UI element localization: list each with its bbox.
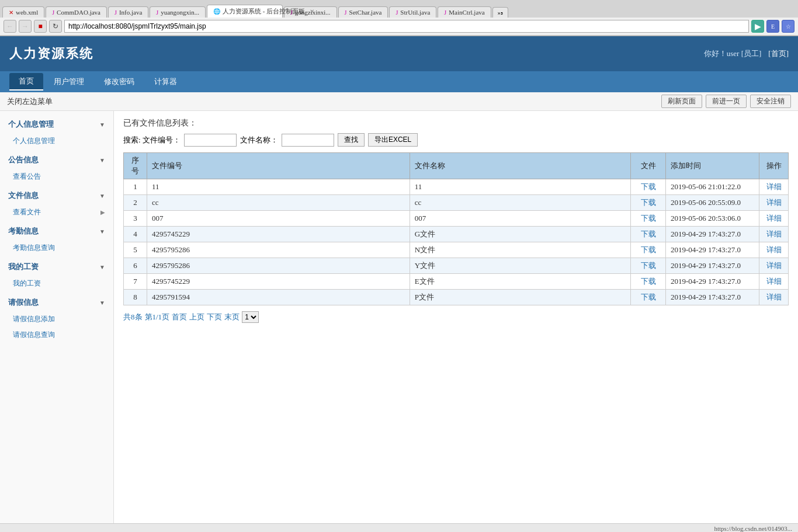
- top-nav: 首页 用户管理 修改密码 计算器: [0, 71, 798, 92]
- sidebar-item-label: 查看文件: [13, 207, 41, 217]
- header-right: 你好！user [员工] [首页]: [704, 48, 789, 59]
- sidebar: 个人信息管理 ▼ 个人信息管理 公告信息 ▼ 查看公告: [0, 111, 114, 523]
- cell-time: 2019-05-06 21:01:22.0: [666, 179, 759, 195]
- sidebar-section-header-salary[interactable]: 我的工资 ▼: [0, 258, 113, 276]
- pagination-last[interactable]: 末页: [224, 312, 240, 322]
- sidebar-item-view-file[interactable]: 查看文件 ▶: [0, 204, 113, 220]
- cell-file: 下载: [631, 195, 666, 211]
- cell-name: N文件: [410, 242, 630, 258]
- close-sidebar-button[interactable]: 关闭左边菜单: [7, 96, 53, 107]
- detail-link[interactable]: 详细: [766, 245, 782, 254]
- sidebar-section-header-attendance[interactable]: 考勤信息 ▼: [0, 222, 113, 240]
- search-code-input[interactable]: [184, 134, 237, 147]
- tab-close-icon[interactable]: ✕: [310, 8, 314, 15]
- sidebar-item-attendance-query[interactable]: 考勤信息查询: [0, 240, 113, 256]
- home-link[interactable]: [首页]: [768, 48, 789, 59]
- tab-label: 人力资源系统 - 后台控制面板: [223, 7, 305, 16]
- download-link[interactable]: 下载: [641, 230, 656, 238]
- download-link[interactable]: 下载: [641, 214, 656, 222]
- sidebar-arrow-notice: ▼: [99, 157, 105, 164]
- detail-link[interactable]: 详细: [766, 214, 782, 222]
- search-button[interactable]: 查找: [338, 133, 365, 147]
- detail-link[interactable]: 详细: [766, 277, 782, 286]
- tab-more[interactable]: »₃: [492, 7, 508, 18]
- pagination-prev[interactable]: 上页: [189, 312, 204, 322]
- tab-user-mgmt[interactable]: 用户管理: [44, 74, 93, 90]
- sidebar-arrow-file: ▼: [99, 193, 105, 199]
- sidebar-section-leave: 请假信息 ▼ 请假信息添加 请假信息查询: [0, 294, 113, 343]
- browser-bookmark-button[interactable]: ☆: [782, 20, 794, 33]
- sidebar-item-leave-query[interactable]: 请假信息查询: [0, 327, 113, 343]
- tab-yuangong[interactable]: J yuangongxin...: [150, 6, 206, 18]
- download-link[interactable]: 下载: [641, 261, 656, 270]
- refresh-button[interactable]: ↻: [49, 20, 62, 33]
- tab-strutil[interactable]: J StrUtil.java: [389, 6, 436, 18]
- cell-seq: 8: [124, 290, 147, 305]
- prev-page-button[interactable]: 前进一页: [706, 95, 747, 108]
- search-name-input[interactable]: [282, 134, 334, 147]
- sidebar-item-my-salary[interactable]: 我的工资: [0, 276, 113, 291]
- download-link[interactable]: 下载: [641, 293, 656, 301]
- download-link[interactable]: 下载: [641, 182, 656, 191]
- pagination-first[interactable]: 首页: [172, 312, 187, 322]
- forward-button[interactable]: →: [19, 20, 32, 33]
- cell-op: 详细: [759, 227, 789, 242]
- sidebar-item-personal-mgmt[interactable]: 个人信息管理: [0, 133, 113, 149]
- tab-info[interactable]: J Info.java: [108, 6, 148, 18]
- cell-seq: 1: [124, 179, 147, 195]
- cell-file: 下载: [631, 211, 666, 227]
- cell-name: P文件: [410, 290, 630, 305]
- tab-change-pwd[interactable]: 修改密码: [95, 74, 144, 90]
- cell-time: 2019-04-29 17:43:27.0: [666, 258, 759, 274]
- cell-op: 详细: [759, 258, 789, 274]
- tab-label: web.xml: [16, 9, 38, 16]
- table-row: 7 4295745229 E文件 下载 2019-04-29 17:43:27.…: [124, 274, 789, 290]
- status-text: https://blog.csdn.net/014903...: [714, 525, 792, 532]
- browser-extra-button[interactable]: E: [766, 20, 779, 33]
- tab-calculator[interactable]: 计算器: [145, 74, 186, 90]
- cell-name: E文件: [410, 274, 630, 290]
- table-row: 5 4295795286 N文件 下载 2019-04-29 17:43:27.…: [124, 242, 789, 258]
- tab-setchar[interactable]: J SetChar.java: [338, 6, 388, 18]
- table-row: 1 11 11 下载 2019-05-06 21:01:22.0 详细: [124, 179, 789, 195]
- tab-hrm[interactable]: 🌐 人力资源系统 - 后台控制面板 ✕: [207, 5, 283, 18]
- tab-web-xml[interactable]: ✕ web.xml: [2, 6, 44, 18]
- table-row: 8 4295791594 P文件 下载 2019-04-29 17:43:27.…: [124, 290, 789, 305]
- logout-button[interactable]: 安全注销: [750, 95, 791, 108]
- cell-code: 11: [147, 179, 410, 195]
- cell-seq: 4: [124, 227, 147, 242]
- address-input[interactable]: [64, 20, 749, 33]
- export-excel-button[interactable]: 导出EXCEL: [368, 133, 418, 147]
- th-file: 文件: [631, 153, 666, 179]
- tab-label: StrUtil.java: [400, 9, 430, 16]
- sidebar-section-header-notice[interactable]: 公告信息 ▼: [0, 151, 113, 169]
- back-button[interactable]: ←: [4, 20, 16, 33]
- sidebar-section-header-file[interactable]: 文件信息 ▼: [0, 187, 113, 204]
- sidebar-section-header-leave[interactable]: 请假信息 ▼: [0, 294, 113, 311]
- cell-name: 11: [410, 179, 630, 195]
- detail-link[interactable]: 详细: [766, 230, 782, 238]
- tab-home[interactable]: 首页: [9, 73, 43, 91]
- tab-commdao[interactable]: J CommDAO.java: [46, 6, 107, 18]
- download-link[interactable]: 下载: [641, 245, 656, 254]
- sidebar-section-header-personal[interactable]: 个人信息管理 ▼: [0, 116, 113, 133]
- detail-link[interactable]: 详细: [766, 198, 782, 207]
- sidebar-item-leave-add[interactable]: 请假信息添加: [0, 311, 113, 327]
- download-link[interactable]: 下载: [641, 198, 656, 207]
- pagination-next[interactable]: 下页: [207, 312, 222, 322]
- sidebar-arrow-salary: ▼: [99, 264, 105, 270]
- detail-link[interactable]: 详细: [766, 182, 782, 191]
- pagination-page-select[interactable]: 1: [242, 311, 259, 323]
- go-button[interactable]: ▶: [751, 20, 764, 33]
- app-wrapper: 人力资源系统 你好！user [员工] [首页] 首页 用户管理 修改密码 计算…: [0, 36, 798, 532]
- cell-time: 2019-05-06 20:53:06.0: [666, 211, 759, 227]
- download-link[interactable]: 下载: [641, 277, 656, 286]
- detail-link[interactable]: 详细: [766, 293, 782, 301]
- sidebar-item-label: 个人信息管理: [13, 136, 55, 146]
- cell-time: 2019-04-29 17:43:27.0: [666, 227, 759, 242]
- sidebar-item-view-notice[interactable]: 查看公告: [0, 169, 113, 185]
- tab-mainctrl[interactable]: J MainCtrl.java: [438, 6, 491, 18]
- refresh-page-button[interactable]: 刷新页面: [661, 95, 702, 108]
- stop-button[interactable]: ■: [34, 20, 47, 33]
- detail-link[interactable]: 详细: [766, 261, 782, 270]
